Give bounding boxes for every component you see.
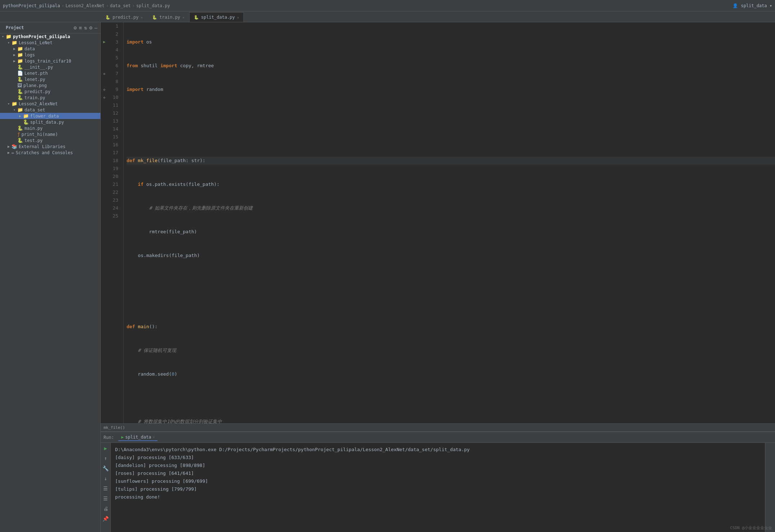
run-play-button[interactable]: ▶ [103,444,108,452]
run-left-toolbar: ▶ ↑ 🔧 ↓ ☰ ☰ 🖨 📌 [101,443,111,532]
code-line-1: import os [127,38,775,46]
code-line-17: # 将数据集中10%的数据划分到验证集中 [127,418,775,423]
tree-lenet-py[interactable]: ▶ 🐍 lenet.py [0,76,100,82]
code-line-11 [127,275,775,283]
breadcrumb-file[interactable]: split_data.py [136,3,170,8]
sidebar-settings-icon[interactable]: ⚙ [74,25,77,31]
gutter: ▶ ◇ ◇ ◇ [101,22,108,423]
tab-predict-close[interactable]: ✕ [141,15,143,19]
tree-predict-py[interactable]: ▶ 🐍 predict.py [0,88,100,95]
run-output-done: processing done! [115,493,761,501]
run-wrench-button[interactable]: 🔧 [101,464,110,472]
run-right-toolbar [765,443,775,532]
tab-train-close[interactable]: ✕ [182,15,184,19]
sidebar-sort-icon[interactable]: ⇅ [84,25,87,31]
run-command-line: D:\Anaconda3\envs\pytorch\python.exe D:/… [115,446,761,454]
tree-print-hi[interactable]: ▶ ƒ print_hi(name) [0,131,100,137]
code-line-12 [127,299,775,307]
sidebar-title: Project [3,24,27,32]
tab-split-data[interactable]: 🐍 split_data.py ✕ [189,12,244,22]
sidebar-gear-icon[interactable]: ⚙ [89,25,92,31]
run-tab-split-data[interactable]: ▶ split_data ✕ [118,434,158,441]
run-output-tulips: [tulips] processing [799/799] [115,485,761,493]
avatar-icon: 👤 [733,3,738,8]
editor-status-text: mk_file() [104,425,125,430]
breadcrumb-dataset[interactable]: data_set [110,3,131,8]
tab-predict[interactable]: 🐍 predict.py ✕ [101,12,147,22]
run-tab-label: split_data [125,435,151,440]
editor-area: ▶ ◇ ◇ ◇ [101,22,775,431]
tree-lenet-pth[interactable]: ▶ 📄 Lenet.pth [0,70,100,76]
sidebar-toolbar: Project ⚙ ≡ ⇅ ⚙ — [0,22,100,33]
run-output-roses: [roses] processing [641/641] [115,469,761,477]
tree-split-data-py[interactable]: ▶ 🐍 split_data.py [0,119,100,125]
tree-root[interactable]: ▾ 📁 pythonProject_pilipala [0,33,100,40]
train-icon: 🐍 [152,15,157,20]
tree-data[interactable]: ▶ 📁 data [0,46,100,52]
tree-plane-png[interactable]: ▶ 🖼 plane.png [0,82,100,88]
code-container[interactable]: ▶ ◇ ◇ ◇ [101,22,775,423]
sidebar-list-icon[interactable]: ≡ [79,25,82,31]
tree-flower-data[interactable]: ▶ 📁 flower_data [0,113,100,119]
title-bar: pythonProject_pilipala › Lesson2_AlexNet… [0,0,775,12]
run-panel-header: Run: ▶ split_data ✕ [101,432,775,443]
code-line-2: from shutil import copy, rmtree [127,62,775,70]
code-line-5 [127,133,775,141]
run-down-button[interactable]: ↓ [103,474,108,482]
run-tab-icon: ▶ [121,435,124,440]
tab-bar: 🐍 predict.py ✕ 🐍 train.py ✕ 🐍 split_data… [0,12,775,22]
editor-status: mk_file() [101,423,775,431]
predict-icon: 🐍 [105,15,110,20]
run-output-daisy: [daisy] processing [633/633] [115,454,761,462]
split-data-label[interactable]: split_data ▾ [741,3,772,8]
code-line-8: # 如果文件夹存在，则先删除原文件夹在重新创建 [127,204,775,212]
sidebar-minimize-icon[interactable]: — [95,25,97,31]
run-content: ▶ ↑ 🔧 ↓ ☰ ☰ 🖨 📌 D:\Anaconda3\envs\pytorc… [101,443,775,532]
code-line-3: import random [127,86,775,93]
tab-train-label: train.py [159,15,180,20]
breadcrumb-lesson[interactable]: Lesson2_AlexNet [65,3,104,8]
code-line-6: def mk_file(file_path: str): [127,157,775,165]
main-layout: Project ⚙ ≡ ⇅ ⚙ — ▾ 📁 pythonProject_pili… [0,22,775,532]
tree-logs-train[interactable]: ▶ 📁 logs_train_cifar10 [0,58,100,64]
tab-split-data-label: split_data.py [201,15,235,20]
run-panel: Run: ▶ split_data ✕ ▶ ↑ 🔧 ↓ ☰ [101,431,775,532]
code-line-13: def main(): [127,323,775,331]
run-lines2-button[interactable]: ☰ [102,495,109,503]
tree-logs[interactable]: ▶ 📁 logs [0,52,100,58]
code-line-9: rmtree(file_path) [127,228,775,236]
tree-test-py[interactable]: ▶ 🐍 test.py [0,137,100,143]
breadcrumb: pythonProject_pilipala › Lesson2_AlexNet… [3,3,733,8]
tree-lesson2[interactable]: ▾ 📁 Lesson2_AlexNet [0,101,100,107]
code-line-16 [127,394,775,402]
code-content[interactable]: import os from shutil import copy, rmtre… [124,22,775,423]
file-tree: ▾ 📁 pythonProject_pilipala ▾ 📁 Lesson1_L… [0,33,100,156]
code-line-4 [127,109,775,117]
code-line-7: if os.path.exists(file_path): [127,180,775,188]
run-output-sunflowers: [sunflowers] processing [699/699] [115,477,761,485]
tree-dataset[interactable]: ▾ 📁 data_set [0,107,100,113]
tab-train[interactable]: 🐍 train.py ✕ [147,12,189,22]
tab-split-data-close[interactable]: ✕ [237,15,239,19]
title-bar-right: 👤 split_data ▾ [733,3,772,8]
run-lines-button[interactable]: ☰ [102,485,109,492]
tree-train-py-l1[interactable]: ▶ 🐍 train.py [0,95,100,101]
split-data-icon: 🐍 [194,15,199,20]
tree-lesson1[interactable]: ▾ 📁 Lesson1_LeNet [0,40,100,46]
code-line-14: # 保证随机可复现 [127,347,775,354]
credit-text: CSDN @小金金金金金金 [730,525,772,531]
tree-main-py[interactable]: ▶ 🐍 main.py [0,125,100,131]
code-line-15: random.seed(0) [127,370,775,378]
breadcrumb-project[interactable]: pythonProject_pilipala [3,3,60,8]
run-up-button[interactable]: ↑ [103,454,108,462]
run-tab-close[interactable]: ✕ [152,435,155,439]
sidebar: Project ⚙ ≡ ⇅ ⚙ — ▾ 📁 pythonProject_pili… [0,22,101,532]
tree-scratches[interactable]: ▶ ✏ Scratches and Consoles [0,150,100,156]
run-output: D:\Anaconda3\envs\pytorch\python.exe D:/… [111,443,765,532]
run-print-button[interactable]: 🖨 [102,505,109,513]
tree-ext-libs[interactable]: ▶ 📚 External Libraries [0,143,100,150]
tab-predict-label: predict.py [113,15,138,20]
run-pin-button[interactable]: 📌 [101,515,110,523]
run-output-dandelion: [dandelion] processing [898/898] [115,462,761,469]
tree-init[interactable]: ▶ 🐍 __init__.py [0,64,100,70]
